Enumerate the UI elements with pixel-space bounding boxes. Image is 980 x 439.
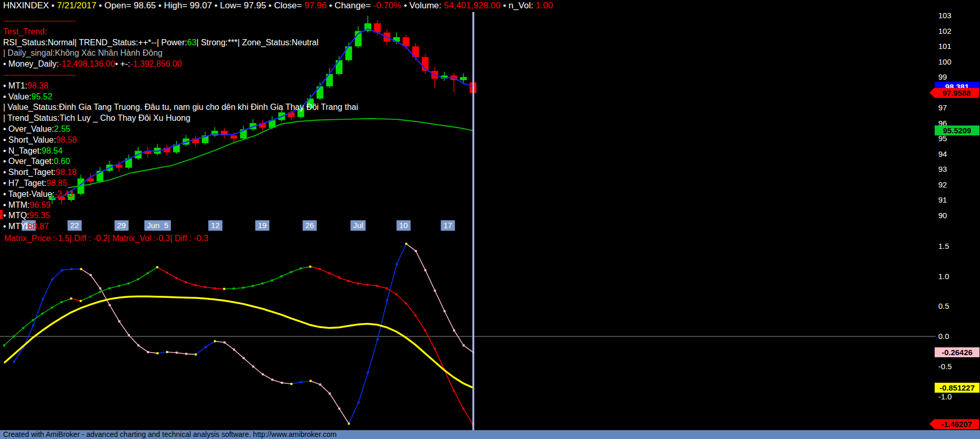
series-point: [271, 280, 273, 282]
series-segment: [454, 330, 463, 345]
overlay-segment: • Over_Taget:: [3, 157, 54, 166]
series-point: [204, 346, 206, 348]
series-segment: [148, 267, 157, 273]
series-segment: [416, 251, 425, 270]
date-label: 29: [115, 220, 129, 231]
status-bar: Created with AmiBroker - advanced charti…: [0, 430, 980, 439]
series-point: [367, 371, 369, 373]
overlay-segment: | Daily_singal:Không Xác Nhân Hành Đông: [3, 48, 163, 57]
series-point: [51, 307, 53, 309]
series-point: [280, 275, 283, 278]
series-segment: [387, 289, 396, 295]
overlay-segment: 0.60: [54, 157, 70, 166]
series-segment: [23, 320, 33, 328]
series-point: [70, 268, 72, 270]
overlay-line-money-daily: • Money_Daily:-12,498,136.00• +-:-1,392,…: [3, 59, 182, 69]
overlay-line-test-trend: Test_Trend:: [3, 27, 47, 36]
series-point: [444, 310, 446, 312]
overlay-segment: -2.43: [54, 190, 73, 198]
series-segment: [282, 383, 291, 384]
series-point: [242, 286, 244, 289]
series-point: [415, 250, 417, 252]
overlay-segment: --------------------------: [3, 16, 76, 25]
overlay-line-taget-value: • Taget-Value:-2.43: [3, 189, 74, 199]
series-point: [452, 390, 455, 392]
overlay-segment: 96.59: [30, 200, 51, 209]
date-label: 26: [303, 220, 317, 231]
quote-title-bar: HNXINDEX • 7/21/2017 • Open= 98.65 • Hig…: [3, 1, 553, 12]
series-segment: [425, 330, 434, 348]
last-price-badge: 97.9588: [934, 88, 979, 98]
series-point: [61, 269, 63, 271]
series-point: [328, 272, 330, 274]
series-segment: [110, 305, 119, 321]
series-segment: [281, 272, 291, 276]
series-segment: [330, 394, 339, 409]
series-point: [204, 286, 206, 288]
series-point: [80, 268, 82, 270]
price-tick-label: 90: [938, 211, 970, 220]
series-point: [290, 383, 292, 385]
overlay-line-separator-mid: --------------------------: [3, 70, 76, 80]
series-segment: [129, 279, 138, 283]
series-segment: [291, 382, 301, 384]
series-segment: [52, 302, 62, 307]
series-segment: [90, 292, 100, 297]
series-point: [13, 361, 15, 363]
series-point: [261, 282, 263, 284]
overlay-segment: • Money_Daily:: [3, 59, 59, 68]
indicator-pane[interactable]: [0, 243, 936, 425]
series-segment: [33, 313, 42, 320]
overlay-segment: 88.87: [28, 222, 48, 231]
overlay-segment: • Short_Taget:: [3, 168, 56, 177]
series-point: [32, 319, 34, 321]
series-point: [70, 297, 72, 299]
series-point: [175, 277, 177, 279]
series-point: [118, 285, 120, 287]
overlay-segment: -1,392,856.00: [130, 59, 182, 68]
title-segment: -0.70%: [373, 1, 401, 10]
title-segment: • Change=: [326, 1, 373, 10]
series-segment: [148, 352, 157, 353]
series-point: [462, 344, 464, 346]
candle-body: [230, 135, 237, 139]
series-point: [80, 300, 82, 302]
series-segment: [377, 300, 387, 340]
overlay-line-mtm: • MTM:96.59: [3, 200, 51, 210]
series-segment: [157, 267, 167, 272]
series-segment: [157, 352, 167, 353]
overlay-segment: | Value_Status:Đinh Gia Tang Truong. Đâu…: [3, 103, 358, 111]
series-point: [329, 393, 331, 395]
series-segment: [320, 269, 329, 273]
candle-body: [336, 60, 342, 74]
series-segment: [119, 283, 128, 286]
series-point: [281, 382, 283, 384]
series-point: [176, 352, 178, 354]
overlay-segment: 98.85: [46, 179, 67, 187]
overlay-line-h7-taget: • H7_Taget:98.85: [3, 178, 67, 188]
indicator-tick-label: -0.5: [938, 362, 970, 371]
series-segment: [396, 294, 406, 303]
series-matrix_price: [13, 243, 474, 424]
overlay-segment: • N_Taget:: [3, 146, 42, 155]
overlay-segment: • Value:: [3, 92, 31, 101]
series-segment: [349, 403, 358, 423]
series-point: [224, 342, 226, 344]
overlay-segment: 95.52: [31, 92, 52, 101]
series-point: [338, 277, 340, 279]
series-point: [358, 402, 360, 404]
series-point: [138, 344, 140, 346]
series-segment: [272, 380, 281, 383]
overlay-line-trend-status: | Trend_Status:Tich Luy _ Cho Thay Đôi X…: [3, 113, 190, 123]
indicator-tick-label: -1.0: [938, 392, 970, 401]
series-point: [128, 282, 130, 284]
series-point: [185, 281, 187, 283]
series-point: [185, 353, 187, 355]
date-label: 10: [397, 220, 411, 231]
series-segment: [42, 308, 52, 314]
series-point: [42, 298, 44, 300]
price-tick-label: 92: [938, 180, 970, 189]
series-point: [89, 296, 91, 298]
series-point: [41, 312, 43, 315]
series-segment: [215, 341, 224, 342]
